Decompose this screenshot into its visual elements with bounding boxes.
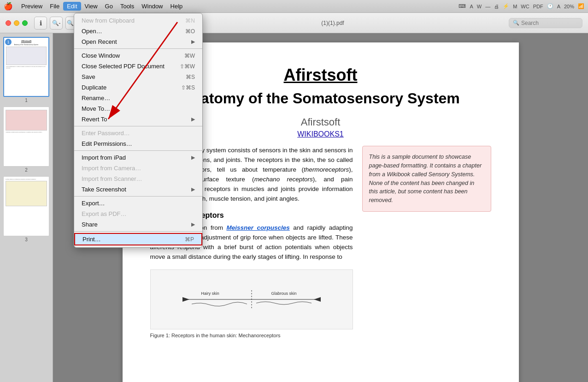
menu-shortcut-duplicate: ⇧⌘S [181,84,195,91]
menu-item-edit-permissions[interactable]: Edit Permissions… [74,138,202,149]
separator-2 [74,126,202,126]
menu-label-take-screenshot: Take Screenshot [82,186,126,193]
menu-item-import-from-scanner[interactable]: Import from Scanner… [74,173,202,184]
separator-5 [74,231,202,232]
menu-item-duplicate[interactable]: Duplicate ⇧⌘S [74,82,202,93]
menu-item-export[interactable]: Export… [74,198,202,209]
menu-item-open[interactable]: Open… ⌘O [74,26,202,36]
menu-label-enter-password: Enter Password… [82,130,130,137]
open-recent-arrow-icon: ▶ [191,39,195,45]
separator-3 [74,150,202,151]
menu-shortcut-open: ⌘O [185,28,195,35]
menu-shortcut-close-selected-pdf: ⇧⌘W [180,63,195,70]
menu-item-close-window[interactable]: Close Window ⌘W [74,50,202,61]
menu-item-close-selected-pdf[interactable]: Close Selected PDF Document ⇧⌘W [74,61,202,72]
dropdown-overlay[interactable]: New from Clipboard ⌘N Open… ⌘O Open Rece… [0,0,588,382]
revert-to-arrow-icon: ▶ [191,116,195,122]
menu-label-revert-to: Revert To [82,116,107,123]
separator-4 [74,196,202,197]
menu-label-export-as-pdf: Export as PDF… [82,210,127,217]
menu-item-new-from-clipboard[interactable]: New from Clipboard ⌘N [74,15,202,26]
menu-label-import-from-ipad: Import from iPad [82,154,126,161]
menu-item-open-recent[interactable]: Open Recent ▶ [74,36,202,47]
menu-item-move-to[interactable]: Move To… [74,103,202,114]
menu-item-take-screenshot[interactable]: Take Screenshot ▶ [74,184,202,195]
menu-item-share[interactable]: Share ▶ [74,219,202,230]
share-arrow-icon: ▶ [191,221,195,227]
menu-item-import-from-camera[interactable]: Import from Camera… [74,163,202,173]
edit-menu: New from Clipboard ⌘N Open… ⌘O Open Rece… [74,13,203,248]
menu-item-revert-to[interactable]: Revert To ▶ [74,114,202,125]
separator-1 [74,48,202,49]
menu-label-save: Save [82,73,95,80]
menu-shortcut-save: ⌘S [186,74,195,80]
import-ipad-arrow-icon: ▶ [191,155,195,161]
menu-label-open-recent: Open Recent [82,38,117,45]
menu-label-import-from-scanner: Import from Scanner… [82,175,142,182]
menu-item-export-as-pdf[interactable]: Export as PDF… [74,209,202,219]
menu-label-move-to: Move To… [82,105,110,112]
menu-label-rename: Rename… [82,95,110,101]
menu-label-new-from-clipboard: New from Clipboard [82,17,135,24]
menu-label-print: Print… [82,236,101,243]
menu-label-close-window: Close Window [82,52,120,59]
menu-shortcut-print: ⌘P [185,236,194,243]
menu-item-import-from-ipad[interactable]: Import from iPad ▶ [74,152,202,163]
screenshot-arrow-icon: ▶ [191,186,195,192]
menu-label-edit-permissions: Edit Permissions… [82,140,132,147]
menu-item-print[interactable]: Print… ⌘P [74,233,202,245]
menu-label-export: Export… [82,200,105,207]
menu-item-rename[interactable]: Rename… [74,93,202,103]
menu-label-open: Open… [82,28,102,35]
menu-shortcut-close-window: ⌘W [184,53,195,59]
menu-label-import-from-camera: Import from Camera… [82,165,141,172]
menu-label-share: Share [82,221,98,228]
menu-item-save[interactable]: Save ⌘S [74,72,202,82]
menu-shortcut-new-from-clipboard: ⌘N [185,18,195,24]
menu-label-close-selected-pdf: Close Selected PDF Document [82,63,165,70]
menu-label-duplicate: Duplicate [82,84,106,91]
menu-item-enter-password[interactable]: Enter Password… [74,128,202,138]
